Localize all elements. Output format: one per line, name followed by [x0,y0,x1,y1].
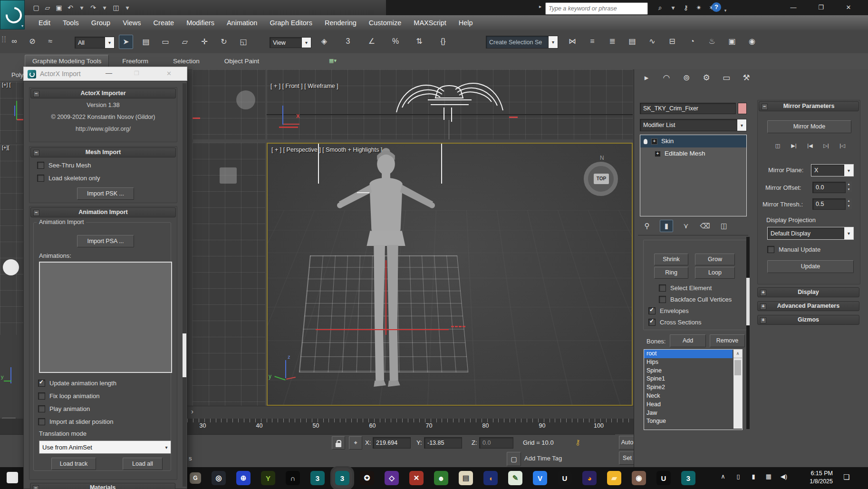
dialog-scrollbar-track[interactable] [183,83,186,487]
create-tab-icon[interactable]: ▸ [640,71,653,85]
y-coordinate-field[interactable]: -13.85 [424,437,462,449]
translation-mode-combo[interactable]: Use from AnimSet▾ [39,440,171,454]
expand-plus-icon[interactable]: + [651,138,657,145]
show-end-result-icon[interactable]: ▮ [660,220,673,232]
dialog-scrollbar-thumb[interactable] [183,333,186,377]
display-projection-combo[interactable]: Default Display▾ [767,227,854,240]
menu-item[interactable]: Group [85,15,116,30]
rotate-icon[interactable]: ↻ [217,35,231,49]
import-psk-button[interactable]: Import PSK ... [77,187,134,200]
viewport-splitter-h[interactable] [193,139,633,143]
gimp-icon[interactable]: G [190,472,201,484]
bubble-game-icon[interactable]: ☻ [434,471,448,485]
remove-bones-button[interactable]: Remove [710,334,745,347]
actorx-importer-header[interactable]: −ActorX Importer [30,88,176,98]
3dsmax-icon[interactable]: 3 [310,471,325,485]
menu-item[interactable]: Animation [221,15,263,30]
hierarchy-tab-icon[interactable]: ⊚ [680,71,693,85]
menu-item[interactable]: Help [453,15,479,30]
front-viewport-label[interactable]: [ + ] [ Front ] [ Wireframe ] [270,83,338,89]
headset-app-icon[interactable]: ◖ [483,471,498,485]
tray-chevron-icon[interactable]: ∧ [717,473,729,480]
object-color-swatch[interactable] [738,103,747,114]
mirror-icon[interactable]: ⋈ [566,35,579,48]
mesh-import-header[interactable]: −Mesh Import [30,147,176,157]
render-icon[interactable]: ◉ [745,35,759,48]
taskbar-left-icon[interactable] [7,472,18,483]
ribbon-extra-icon[interactable]: ▦▾ [329,58,337,64]
collapse-icon[interactable]: − [33,485,39,489]
bones-scrollbar[interactable]: ∧ [733,350,742,429]
viewcube[interactable]: N TOP [584,162,618,196]
snap-toggle-icon[interactable]: 3 [341,35,355,48]
paste-green-vertices-icon[interactable]: ▷| [820,140,832,151]
bind-spacewarp-icon[interactable]: ≈ [44,35,57,48]
mirror-thresh-spinner[interactable]: ▲▼ [845,198,852,209]
file-explorer-icon[interactable]: ▰ [607,471,621,485]
layer-manager-icon[interactable]: ≣ [606,35,619,48]
z-coordinate-field[interactable]: 0.0 [479,437,513,449]
animations-listbox[interactable] [39,262,172,373]
search-expand-arrow[interactable]: ▸ [539,4,541,9]
menu-item[interactable]: MAXScript [407,15,453,30]
redo-icon[interactable]: ↷ [87,1,99,14]
bone-item[interactable]: root [644,350,733,358]
add-bones-button[interactable]: Add [670,334,706,347]
absolute-mode-icon[interactable]: ⌖ [349,436,362,450]
grow-button[interactable]: Grow [695,254,735,265]
curve-editor-icon[interactable]: ∿ [646,35,659,48]
save-file-icon[interactable]: ▣ [53,1,65,14]
paste-blue-vertices-icon[interactable]: |◁ [837,140,848,151]
obs-studio-icon[interactable]: ◎ [212,471,226,485]
notes-app-icon[interactable]: ✎ [508,471,522,485]
checkbox[interactable] [37,162,44,169]
viewcube-top-face[interactable]: TOP [594,174,609,184]
import-psa-button[interactable]: Import PSA ... [77,235,134,247]
code-x-icon[interactable]: ✕ [409,471,424,485]
selection-filter-combo[interactable]: All▾ [75,37,115,49]
paste-blue-to-green-icon[interactable]: |◀ [804,140,816,151]
make-unique-icon[interactable]: ⋎ [680,220,692,232]
menu-item[interactable]: Tools [57,15,85,30]
flask-app-icon[interactable]: Y [261,471,275,485]
collapse-icon[interactable]: − [762,104,768,110]
rendered-frame-icon[interactable]: ▣ [725,35,739,48]
bone-item[interactable]: Spine [644,367,733,375]
game-stats-icon[interactable]: ✪ [360,471,374,485]
profile-photo-icon[interactable]: ◉ [632,471,646,485]
vscode-icon[interactable]: V [533,471,547,485]
bone-item[interactable]: Neck [644,392,733,401]
manual-update-checkbox[interactable] [767,246,774,253]
key-icon[interactable]: ⚷ [682,1,690,14]
expand-icon[interactable]: + [760,290,766,296]
select-by-name-icon[interactable]: ▤ [139,35,153,49]
ribbon-tab[interactable]: Graphite Modeling Tools [25,55,109,68]
scrollbar-thumb[interactable] [734,360,741,375]
communication-icon[interactable]: ✴ [694,1,703,14]
mirror-parameters-header[interactable]: −Mirror Parameters [759,101,859,111]
select-manipulate-icon[interactable]: ◈ [318,35,331,48]
panel-scrollbar-thumb[interactable] [746,278,750,325]
bone-item[interactable]: Spine2 [644,383,733,392]
motion-tab-icon[interactable]: ⚙ [700,71,713,85]
checkbox[interactable] [648,319,656,326]
clock[interactable]: 6:15 PM 1/8/2025 [800,469,833,486]
collapse-icon[interactable]: − [33,91,39,97]
unlink-icon[interactable]: ⊘ [26,35,39,48]
expand-icon[interactable]: + [760,303,766,310]
animation-import-header[interactable]: −Animation Import [30,207,176,217]
checkbox[interactable] [38,405,45,412]
object-name-field[interactable]: SK_TKY_Crim_Fixer [640,103,736,114]
percent-snap-icon[interactable]: % [389,35,402,48]
minimize-button[interactable]: — [780,4,807,11]
collapse-icon[interactable]: − [33,210,39,216]
select-link-icon[interactable]: ∞ [8,35,21,48]
fetch-dropdown-caret[interactable]: ▾ [122,1,133,14]
help-icon[interactable]: ? [712,2,721,12]
unreal-engine-icon[interactable]: U [558,471,572,485]
top-left-viewport-sliver[interactable] [193,69,265,139]
add-time-tag[interactable]: Add Time Tag [524,455,562,462]
bone-item[interactable]: Tongue [644,417,733,426]
reference-coordinate-combo[interactable]: View▾ [270,37,311,48]
render-setup-icon[interactable]: ♨ [705,35,719,48]
